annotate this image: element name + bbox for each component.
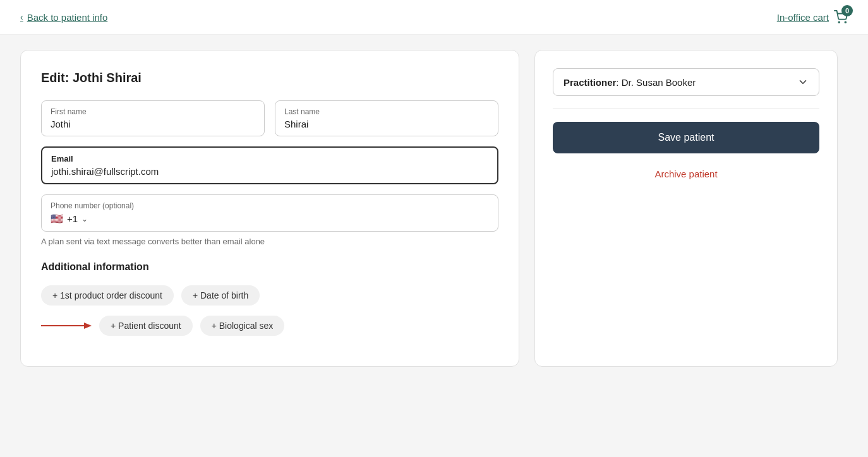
phone-chevron-icon[interactable]: ⌄	[81, 215, 88, 223]
first-name-label: First name	[51, 107, 255, 116]
left-panel: Edit: Jothi Shirai First name Jothi Last…	[20, 50, 519, 367]
svg-point-1	[845, 21, 846, 23]
flag-icon: 🇺🇸	[51, 213, 63, 225]
top-nav: ‹ Back to patient info In-office cart 0	[0, 0, 868, 35]
svg-point-0	[838, 21, 840, 23]
back-label: Back to patient info	[27, 12, 108, 23]
chip-1st-order-discount[interactable]: + 1st product order discount	[41, 285, 174, 306]
divider	[553, 109, 819, 109]
last-name-label: Last name	[284, 107, 489, 116]
practitioner-chevron-icon	[797, 76, 809, 88]
phone-hint: A plan sent via text message converts be…	[41, 237, 498, 246]
name-row: First name Jothi Last name Shirai	[41, 100, 498, 136]
email-label: Email	[51, 154, 488, 163]
phone-input-row: 🇺🇸 +1 ⌄	[51, 213, 489, 225]
first-name-field[interactable]: First name Jothi	[41, 100, 265, 136]
first-name-value: Jothi	[51, 119, 255, 129]
practitioner-label: Practitioner: Dr. Susan Booker	[564, 77, 696, 88]
cart-label: In-office cart	[777, 12, 829, 23]
additional-info-title: Additional information	[41, 261, 498, 273]
chip-biological-sex[interactable]: + Biological sex	[200, 316, 285, 336]
svg-marker-3	[84, 323, 92, 329]
practitioner-bold-label: Practitioner	[564, 77, 616, 88]
edit-title: Edit: Jothi Shirai	[41, 71, 498, 85]
last-name-value: Shirai	[284, 119, 489, 129]
practitioner-value: Dr. Susan Booker	[622, 77, 696, 88]
email-value: jothi.shirai@fullscript.com	[51, 166, 488, 177]
chip-date-of-birth[interactable]: + Date of birth	[181, 285, 260, 306]
arrow-icon	[41, 319, 92, 332]
arrow-indicator	[41, 319, 92, 332]
archive-patient-button[interactable]: Archive patient	[553, 163, 819, 184]
chip-row-2: + Patient discount + Biological sex	[41, 316, 498, 336]
chip-row-1: + 1st product order discount + Date of b…	[41, 285, 498, 306]
chip-patient-discount[interactable]: + Patient discount	[99, 316, 193, 336]
last-name-field[interactable]: Last name Shirai	[275, 100, 498, 136]
phone-prefix: +1	[67, 213, 78, 224]
cart-badge: 0	[841, 5, 853, 16]
back-chevron-icon: ‹	[20, 12, 23, 22]
save-patient-button[interactable]: Save patient	[553, 122, 819, 153]
practitioner-select[interactable]: Practitioner: Dr. Susan Booker	[553, 68, 819, 96]
phone-field[interactable]: Phone number (optional) 🇺🇸 +1 ⌄	[41, 194, 498, 232]
email-field[interactable]: Email jothi.shirai@fullscript.com	[41, 146, 498, 184]
right-panel: Practitioner: Dr. Susan Booker Save pati…	[534, 50, 838, 367]
cart-icon-wrapper: 0	[834, 10, 848, 24]
main-content: Edit: Jothi Shirai First name Jothi Last…	[0, 35, 868, 382]
cart-link[interactable]: In-office cart 0	[777, 10, 848, 24]
phone-label: Phone number (optional)	[51, 201, 489, 210]
back-link[interactable]: ‹ Back to patient info	[20, 12, 107, 23]
